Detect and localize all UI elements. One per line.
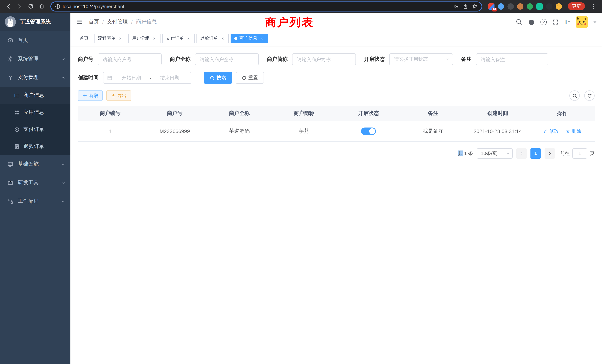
url-host: localhost:1024 <box>63 3 94 9</box>
share-icon[interactable] <box>463 3 468 9</box>
chevron-down-icon <box>61 181 65 185</box>
close-icon[interactable] <box>220 36 225 41</box>
tab-user-group[interactable]: 用户分组 <box>128 33 161 43</box>
extension-square-icon[interactable] <box>536 3 543 10</box>
tab-process-form[interactable]: 流程表单 <box>94 33 126 43</box>
create-time-label: 创建时间 <box>78 75 99 81</box>
tab-refund-order[interactable]: 退款订单 <box>196 33 229 43</box>
site-info-icon[interactable] <box>55 3 60 9</box>
refresh-button[interactable] <box>584 90 595 101</box>
tab-merchant-info[interactable]: 商户信息 <box>231 33 268 43</box>
goto-page-input[interactable] <box>572 148 587 159</box>
edit-link[interactable]: 修改 <box>543 128 559 134</box>
cell-short-name: 芋艿 <box>272 121 336 141</box>
breadcrumb-home[interactable]: 首页 <box>89 19 99 25</box>
github-icon[interactable] <box>528 18 535 25</box>
address-bar[interactable]: localhost:1024/pay/merchant <box>50 1 482 11</box>
col-remark: 备注 <box>401 106 466 121</box>
url-path: /pay/merchant <box>94 3 124 9</box>
avatar-dropdown-caret-icon[interactable] <box>593 21 596 24</box>
col-create-time: 创建时间 <box>465 106 530 121</box>
fullscreen-icon[interactable] <box>552 19 559 25</box>
tab-home[interactable]: 首页 <box>76 33 92 43</box>
page-content: 商户号 商户全称 商户简称 开启状态 请选择开启状态 <box>70 46 602 364</box>
create-time-range-picker[interactable]: 开始日期 - 结束日期 <box>103 72 191 84</box>
password-key-icon[interactable] <box>453 3 459 9</box>
sidebar-item-refund-order[interactable]: 退款订单 <box>0 138 70 155</box>
page-number-1[interactable]: 1 <box>530 148 541 159</box>
sidebar-item-system[interactable]: 系统管理 <box>0 50 70 68</box>
cell-full-name: 芋道源码 <box>207 121 272 141</box>
cell-remark: 我是备注 <box>401 121 466 141</box>
close-icon[interactable] <box>118 36 123 41</box>
sidebar-item-pay-order[interactable]: 支付订单 <box>0 121 70 138</box>
extension-drop-icon[interactable] <box>498 3 504 10</box>
update-button[interactable]: 更新 <box>568 2 585 10</box>
home-button[interactable] <box>37 1 47 11</box>
prev-page-button[interactable] <box>516 148 527 159</box>
toolbox-icon <box>7 180 14 186</box>
user-avatar[interactable] <box>576 16 588 28</box>
search-icon[interactable] <box>516 19 522 25</box>
chevron-down-icon <box>61 57 65 61</box>
page-size-select[interactable]: 10条/页 <box>477 148 513 159</box>
chevron-down-icon <box>61 199 65 203</box>
sidebar-item-label: 工作流程 <box>18 198 39 205</box>
gear-icon <box>7 56 14 62</box>
sidebar-item-payment[interactable]: 支付管理 <box>0 68 70 87</box>
sidebar-item-app-info[interactable]: 应用信息 <box>0 104 70 121</box>
sidebar-item-infrastructure[interactable]: 基础设施 <box>0 155 70 173</box>
remark-input[interactable] <box>476 53 548 65</box>
extension-green-icon[interactable] <box>527 3 533 10</box>
close-icon[interactable] <box>152 36 157 41</box>
merchant-no-label: 商户号 <box>78 56 93 63</box>
font-size-icon[interactable] <box>564 19 570 25</box>
url-text: localhost:1024/pay/merchant <box>63 3 124 9</box>
sidebar-item-workflow[interactable]: 工作流程 <box>0 192 70 211</box>
monitor-icon <box>7 161 14 167</box>
short-name-input[interactable] <box>292 53 356 65</box>
status-label: 开启状态 <box>364 56 385 63</box>
grid-icon <box>14 109 20 115</box>
reload-button[interactable] <box>26 1 36 11</box>
sidebar-item-home[interactable]: 首页 <box>0 31 70 50</box>
app-logo[interactable]: 芋道管理系统 <box>0 13 70 31</box>
end-date-placeholder: 结束日期 <box>152 75 187 81</box>
sidebar-item-merchant-info[interactable]: 商户信息 <box>0 87 70 104</box>
close-icon[interactable] <box>186 36 191 41</box>
forward-button[interactable] <box>15 1 24 11</box>
extension-pin-icon[interactable] <box>546 3 552 10</box>
page-unit-label: 页 <box>590 150 595 157</box>
back-button[interactable] <box>4 1 13 11</box>
close-icon[interactable] <box>259 36 264 41</box>
sidebar-item-label: 支付订单 <box>23 126 44 133</box>
sidebar-item-label: 研发工具 <box>18 179 39 186</box>
sidebar-item-dev-tools[interactable]: 研发工具 <box>0 173 70 192</box>
bookmark-star-icon[interactable] <box>472 3 478 9</box>
add-button[interactable]: 新增 <box>78 90 103 101</box>
workflow-icon <box>7 198 14 204</box>
browser-profile-avatar[interactable] <box>556 3 562 10</box>
cell-merchant-no: M233666999 <box>142 121 207 141</box>
status-select[interactable]: 请选择开启状态 <box>389 53 453 65</box>
logo-avatar-icon <box>5 16 16 27</box>
delete-link[interactable]: 删除 <box>566 128 581 134</box>
browser-menu-icon[interactable] <box>589 1 598 11</box>
status-toggle[interactable] <box>361 127 376 135</box>
sidebar-item-label: 系统管理 <box>18 56 39 62</box>
sidebar-toggle-icon[interactable] <box>76 19 83 25</box>
col-short-name: 商户简称 <box>272 106 336 121</box>
toggle-search-button[interactable] <box>569 90 580 101</box>
export-button[interactable]: 导出 <box>106 90 131 101</box>
breadcrumb-payment[interactable]: 支付管理 <box>107 19 128 25</box>
extension-puzzle-icon[interactable]: 10 <box>488 3 494 10</box>
search-button[interactable]: 搜索 <box>204 72 232 84</box>
help-icon[interactable] <box>540 19 547 25</box>
next-page-button[interactable] <box>545 148 555 159</box>
merchant-no-input[interactable] <box>98 53 162 65</box>
full-name-input[interactable] <box>195 53 259 65</box>
extension-avatar-icon[interactable] <box>517 3 523 10</box>
tab-pay-order[interactable]: 支付订单 <box>162 33 195 43</box>
extension-dark-icon[interactable] <box>507 3 514 10</box>
reset-button[interactable]: 重置 <box>236 72 264 84</box>
